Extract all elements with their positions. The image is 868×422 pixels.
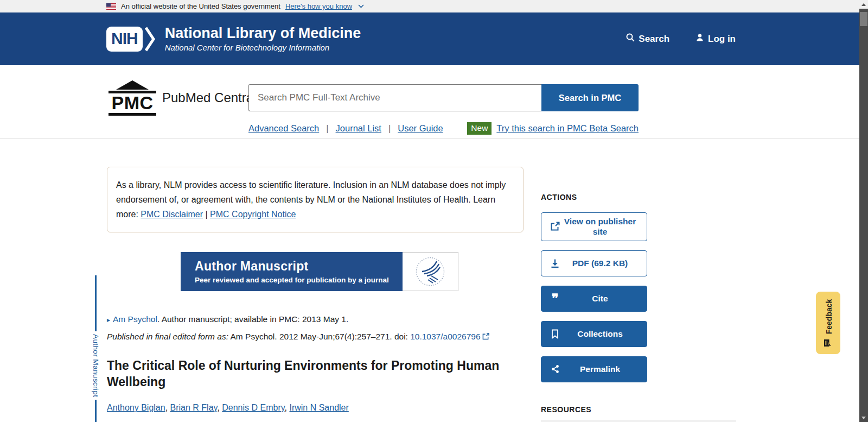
scroll-down-arrow-icon[interactable] bbox=[861, 417, 866, 419]
pdf-download-button[interactable]: PDF (69.2 KB) bbox=[541, 250, 647, 276]
pmc-logo-title: PubMed Central® bbox=[162, 90, 261, 105]
header-login-label: Log in bbox=[708, 34, 736, 45]
doi-link[interactable]: 10.1037/a0026796 bbox=[410, 332, 480, 341]
pmc-nav-links: Advanced Search | Journal List | User Gu… bbox=[248, 123, 443, 134]
scrollbar-thumb[interactable] bbox=[860, 12, 867, 26]
advanced-search-link[interactable]: Advanced Search bbox=[248, 123, 319, 134]
article-title: The Critical Role of Nurturing Environme… bbox=[107, 357, 541, 390]
published-as-text: Am Psychol. 2012 May-Jun;67(4):257–271. … bbox=[228, 332, 410, 341]
nih-logo-acronym: NIH bbox=[106, 27, 143, 52]
disclaimer-separator: | bbox=[205, 210, 207, 219]
hhs-logo bbox=[403, 252, 458, 291]
view-on-publisher-button[interactable]: View on publisher site bbox=[541, 212, 647, 241]
journal-link[interactable]: Am Psychol bbox=[113, 314, 157, 324]
feedback-button[interactable]: Feedback bbox=[816, 292, 840, 354]
site-subtitle: National Center for Biotechnology Inform… bbox=[165, 43, 361, 52]
author-manuscript-rail: Author Manuscript bbox=[91, 275, 100, 422]
resources-heading: RESOURCES bbox=[541, 405, 736, 414]
feedback-label: Feedback bbox=[824, 299, 833, 334]
similar-articles-toggle[interactable]: Similar articles + bbox=[541, 420, 736, 422]
author-link[interactable]: Brian R Flay bbox=[170, 403, 218, 412]
banner-title: Author Manuscript bbox=[195, 259, 397, 274]
cite-button[interactable]: ❞ Cite bbox=[541, 286, 647, 312]
link-separator: | bbox=[326, 123, 328, 134]
search-icon bbox=[626, 33, 635, 45]
nih-logo[interactable]: NIH bbox=[106, 26, 156, 52]
external-link-icon bbox=[549, 222, 561, 231]
availability-line: ▸Am Psychol. Author manuscript; availabl… bbox=[107, 314, 530, 324]
author-list: Anthony Biglan, Brian R Flay, Dennis D E… bbox=[107, 403, 530, 413]
rail-label: Author Manuscript bbox=[92, 334, 100, 397]
nih-chevron-icon bbox=[144, 26, 156, 52]
us-flag-icon bbox=[106, 3, 116, 10]
beta-search-group: New Try this search in PMC Beta Search bbox=[467, 122, 639, 135]
header-nav: Search Log in bbox=[626, 33, 736, 45]
collections-button[interactable]: Collections bbox=[541, 321, 647, 347]
share-icon bbox=[549, 364, 561, 374]
journal-list-link[interactable]: Journal List bbox=[336, 123, 381, 134]
action-button-label: PDF (69.2 KB) bbox=[561, 258, 639, 268]
search-in-pmc-button[interactable]: Search in PMC bbox=[541, 84, 639, 111]
scroll-up-arrow-icon[interactable] bbox=[861, 3, 866, 6]
published-as-line: Published in final edited form as: Am Ps… bbox=[107, 332, 530, 342]
pmc-copyright-link[interactable]: PMC Copyright Notice bbox=[210, 210, 296, 219]
rail-line bbox=[95, 400, 97, 422]
page-scrollbar[interactable] bbox=[859, 0, 868, 422]
download-icon bbox=[549, 259, 561, 268]
action-button-label: Cite bbox=[561, 293, 639, 304]
breadcrumb-arrow-icon: ▸ bbox=[107, 316, 110, 324]
feedback-icon bbox=[823, 338, 833, 347]
pmc-logo-acronym: PMC bbox=[111, 93, 153, 113]
permalink-button[interactable]: Permalink bbox=[541, 356, 647, 382]
author-separator: , bbox=[217, 403, 222, 412]
header-search-button[interactable]: Search bbox=[626, 33, 669, 45]
header-titles: National Library of Medicine National Ce… bbox=[165, 26, 361, 53]
author-link[interactable]: Irwin N Sandler bbox=[289, 403, 348, 412]
nlm-disclaimer-box: As a library, NLM provides access to sci… bbox=[107, 167, 524, 232]
article-column: As a library, NLM provides access to sci… bbox=[107, 167, 530, 413]
user-icon bbox=[695, 33, 704, 45]
author-manuscript-banner: Author Manuscript Peer reviewed and acce… bbox=[181, 252, 458, 291]
pmc-search-box: Search in PMC bbox=[248, 84, 639, 111]
author-link[interactable]: Dennis D Embry bbox=[222, 403, 284, 412]
external-link-icon bbox=[482, 332, 489, 342]
site-header: NIH National Library of Medicine Nationa… bbox=[0, 12, 859, 65]
published-as-label: Published in final edited form as: bbox=[107, 332, 228, 341]
new-badge: New bbox=[467, 122, 492, 135]
gov-banner-text: An official website of the United States… bbox=[121, 2, 280, 10]
header-login-button[interactable]: Log in bbox=[695, 33, 736, 45]
user-guide-link[interactable]: User Guide bbox=[398, 123, 443, 134]
pmc-search-section: PMC PubMed Central® Search in PMC Advanc… bbox=[0, 65, 859, 138]
header-search-label: Search bbox=[639, 34, 669, 45]
gov-banner: An official website of the United States… bbox=[0, 0, 859, 12]
rail-line bbox=[95, 275, 97, 331]
author-separator: , bbox=[165, 403, 170, 412]
actions-heading: ACTIONS bbox=[541, 193, 736, 201]
beta-search-link[interactable]: Try this search in PMC Beta Search bbox=[496, 123, 639, 134]
quote-icon: ❞ bbox=[549, 295, 561, 303]
pmc-article-page: An official website of the United States… bbox=[0, 0, 859, 422]
action-button-label: View on publisher site bbox=[561, 216, 639, 237]
author-link[interactable]: Anthony Biglan bbox=[107, 403, 165, 412]
chevron-down-icon[interactable] bbox=[358, 4, 364, 8]
banner-text-panel: Author Manuscript Peer reviewed and acce… bbox=[181, 252, 403, 291]
pmc-disclaimer-link[interactable]: PMC Disclaimer bbox=[141, 210, 203, 219]
main-content: Author Manuscript As a library, NLM prov… bbox=[0, 167, 859, 422]
disclaimer-text: As a library, NLM provides access to sci… bbox=[116, 180, 506, 204]
pmc-search-input[interactable] bbox=[248, 84, 541, 111]
site-title: National Library of Medicine bbox=[165, 26, 361, 42]
action-button-label: Collections bbox=[561, 329, 639, 339]
pmc-building-icon: PMC bbox=[108, 80, 156, 116]
action-button-label: Permalink bbox=[561, 364, 639, 374]
bookmark-icon bbox=[549, 329, 561, 339]
sidebar: ACTIONS View on publisher site PDF (69.2… bbox=[541, 167, 736, 422]
banner-subtitle: Peer reviewed and accepted for publicati… bbox=[195, 276, 397, 284]
link-separator: | bbox=[388, 123, 391, 134]
how-you-know-link[interactable]: Here's how you know bbox=[285, 2, 352, 10]
availability-text: . Author manuscript; available in PMC: 2… bbox=[157, 314, 348, 324]
pmc-logo[interactable]: PMC PubMed Central® bbox=[108, 80, 248, 116]
